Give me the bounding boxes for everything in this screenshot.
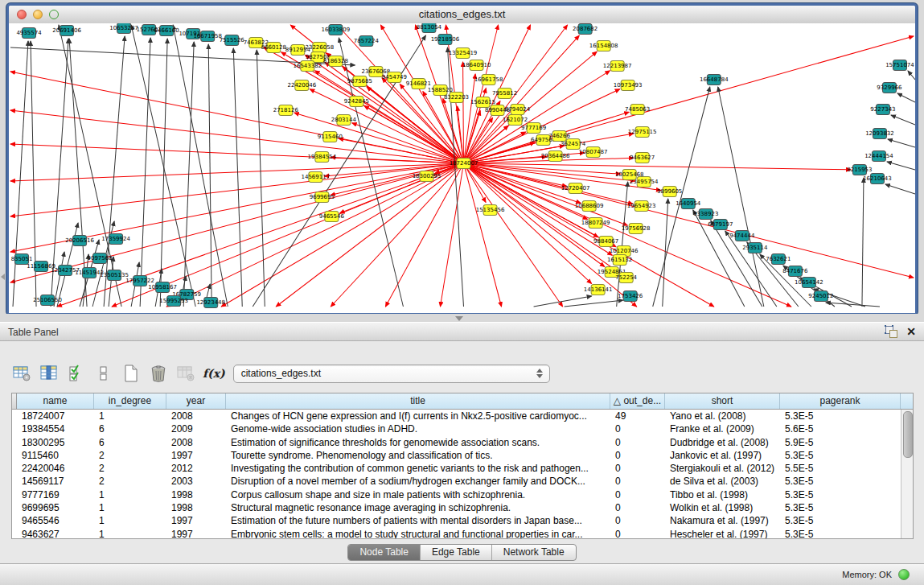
graph-edge[interactable] — [908, 71, 915, 80]
graph-edge[interactable] — [888, 139, 915, 147]
graph-edge[interactable] — [887, 162, 915, 170]
graph-edge[interactable] — [104, 36, 125, 307]
graph-node[interactable]: 10807487 — [579, 147, 608, 158]
column-header[interactable]: title — [226, 393, 610, 409]
graph-node[interactable]: 9242845 — [344, 97, 369, 107]
graph-node[interactable]: 12720407 — [561, 183, 590, 194]
graph-node[interactable]: 16154808 — [589, 41, 618, 51]
graph-node[interactable]: 1753426 — [618, 291, 643, 302]
graph-node[interactable]: 7857224 — [354, 36, 380, 47]
graph-edge[interactable] — [897, 93, 915, 102]
graph-node[interactable]: 13505135 — [100, 270, 129, 281]
table-row[interactable]: 969969511998Structural magnetic resonanc… — [12, 501, 901, 514]
column-header[interactable]: △ out_de... — [610, 393, 665, 409]
graph-edge[interactable] — [109, 257, 113, 307]
graph-node[interactable]: 10653287 — [109, 23, 138, 34]
graph-node[interactable]: 9329966 — [877, 83, 902, 93]
graph-node[interactable]: 19654923 — [627, 201, 656, 212]
select-all-button[interactable] — [66, 364, 87, 383]
function-builder-button[interactable]: f(x) — [203, 367, 225, 380]
column-header[interactable]: in_degree — [94, 393, 166, 409]
graph-edge[interactable] — [565, 300, 623, 307]
graph-node[interactable]: 9699695 — [310, 192, 335, 203]
float-panel-icon[interactable] — [885, 326, 898, 338]
table-row[interactable]: 1830029562008Estimation of significance … — [12, 436, 901, 449]
graph-edge[interactable] — [59, 25, 121, 307]
graph-node[interactable]: 12975115 — [628, 127, 657, 138]
scrollbar-thumb[interactable] — [903, 411, 913, 458]
graph-edge[interactable] — [653, 87, 710, 307]
table-row[interactable]: 946362711997Embryonic stem cells: a mode… — [12, 528, 901, 539]
graph-node[interactable]: 7485063 — [625, 105, 650, 115]
graph-node[interactable]: 10654142 — [795, 278, 823, 288]
graph-edge[interactable] — [233, 48, 242, 307]
graph-node[interactable]: 2935114 — [742, 243, 768, 253]
vertical-scrollbar[interactable] — [901, 410, 913, 538]
graph-node[interactable]: 16210643 — [863, 174, 892, 184]
column-header[interactable]: pagerank — [780, 393, 901, 409]
graph-node[interactable]: 12444154 — [864, 151, 893, 162]
graph-node[interactable]: 2087682 — [573, 24, 598, 35]
graph-edge[interactable] — [464, 163, 592, 283]
graph-edge[interactable] — [364, 106, 464, 163]
graph-node[interactable]: 15135456 — [476, 205, 505, 216]
graph-node[interactable]: 7515526 — [220, 35, 245, 46]
graph-node[interactable]: 15751074 — [885, 60, 914, 71]
graph-node[interactable]: 20691406 — [52, 26, 81, 36]
close-panel-icon[interactable]: ✕ — [906, 325, 916, 338]
graph-edge[interactable] — [257, 50, 265, 307]
table-row[interactable]: 2242004622012Investigating the contribut… — [12, 462, 901, 475]
graph-node[interactable]: 9463627 — [630, 153, 655, 163]
graph-node[interactable]: 16648784 — [700, 75, 729, 85]
graph-edge[interactable] — [718, 87, 764, 307]
tab-network-table[interactable]: Network Table — [492, 545, 576, 560]
graph-node[interactable]: 14136141 — [584, 285, 613, 295]
graph-edge[interactable] — [464, 163, 502, 307]
splitter-handle-icon[interactable] — [455, 316, 463, 321]
graph-node[interactable]: 8813054 — [417, 23, 442, 33]
memory-ok-icon[interactable] — [898, 569, 910, 580]
network-canvas[interactable]: 1872400749355742069140610653287152760264… — [9, 23, 915, 313]
graph-node[interactable]: 9875685 — [347, 76, 372, 87]
column-header[interactable]: year — [166, 393, 226, 409]
panel-collapse-icon[interactable] — [1, 274, 5, 280]
graph-edge[interactable] — [885, 184, 915, 194]
table-row[interactable]: 911546021997Tourette syndrome. Phenomeno… — [12, 449, 901, 462]
graph-node[interactable]: 16033809 — [322, 25, 351, 35]
graph-node[interactable]: 18807249 — [581, 218, 610, 229]
tab-node-table[interactable]: Node Table — [348, 545, 421, 560]
column-header[interactable]: name — [17, 393, 94, 409]
graph-node[interactable]: 16961758 — [474, 75, 503, 85]
graph-node[interactable]: 8215953 — [847, 165, 872, 175]
table-mode-button[interactable] — [11, 364, 32, 383]
graph-edge[interactable] — [464, 163, 851, 170]
graph-node[interactable]: 19384554 — [308, 152, 337, 163]
graph-edge[interactable] — [13, 41, 28, 307]
graph-node[interactable]: 12093832 — [865, 129, 894, 139]
graph-edge[interactable] — [324, 163, 463, 176]
graph-node[interactable]: 12213987 — [603, 61, 632, 72]
graph-node[interactable]: 13325419 — [449, 48, 478, 59]
graph-node[interactable]: 8471676 — [782, 266, 808, 277]
graph-node[interactable]: 9097568 — [87, 253, 112, 264]
network-window-titlebar[interactable]: citations_edges.txt — [9, 6, 915, 24]
graph-edge[interactable] — [131, 25, 195, 307]
graph-node[interactable]: 4935574 — [16, 28, 42, 39]
graph-node[interactable]: 2718126 — [273, 105, 299, 116]
graph-node[interactable]: 22420046 — [287, 80, 316, 91]
clear-selection-button[interactable] — [93, 364, 114, 383]
graph-node[interactable]: 7632621 — [766, 254, 791, 265]
graph-edge[interactable] — [160, 39, 167, 307]
graph-node[interactable]: 9115460 — [318, 132, 343, 142]
graph-node[interactable]: 9899605 — [657, 187, 682, 197]
graph-node[interactable]: 9227343 — [870, 105, 895, 115]
graph-edge[interactable] — [331, 157, 463, 163]
graph-node[interactable]: 18640910 — [462, 60, 491, 71]
table-selector[interactable]: citations_edges.txt — [233, 365, 550, 383]
graph-edge[interactable] — [891, 115, 915, 125]
column-header[interactable]: short — [665, 393, 780, 409]
graph-edge[interactable] — [173, 25, 228, 307]
graph-node[interactable]: 9245012 — [808, 291, 833, 302]
graph-edge[interactable] — [276, 163, 463, 307]
new-table-button[interactable] — [121, 364, 142, 383]
